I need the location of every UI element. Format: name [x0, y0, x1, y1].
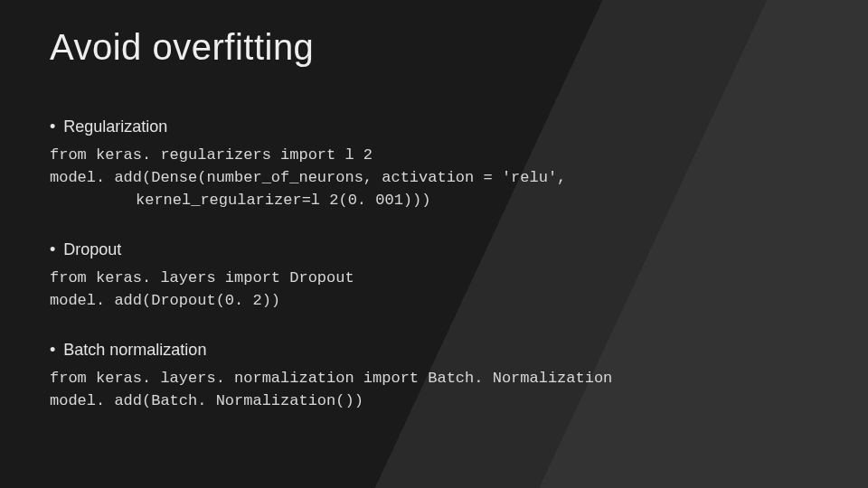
- code-line: model. add(Dense(number_of_neurons, acti…: [50, 168, 823, 189]
- code-line: kernel_regularizer=l 2(0. 001))): [50, 191, 823, 211]
- bullet-heading: Batch normalization: [50, 341, 823, 360]
- section-batchnorm: Batch normalization from keras. layers. …: [50, 341, 823, 412]
- section-regularization: Regularization from keras. regularizers …: [50, 117, 823, 211]
- bullet-heading: Dropout: [50, 240, 823, 259]
- section-dropout: Dropout from keras. layers import Dropou…: [50, 240, 823, 312]
- code-line: model. add(Batch. Normalization()): [50, 391, 823, 412]
- bullet-heading: Regularization: [50, 117, 823, 136]
- code-line: from keras. layers import Dropout: [50, 268, 823, 289]
- code-line: from keras. layers. normalization import…: [50, 369, 823, 389]
- slide-content: Avoid overfitting Regularization from ke…: [0, 0, 868, 477]
- page-title: Avoid overfitting: [50, 27, 823, 68]
- code-line: model. add(Dropout(0. 2)): [50, 291, 823, 312]
- code-line: from keras. regularizers import l 2: [50, 145, 823, 166]
